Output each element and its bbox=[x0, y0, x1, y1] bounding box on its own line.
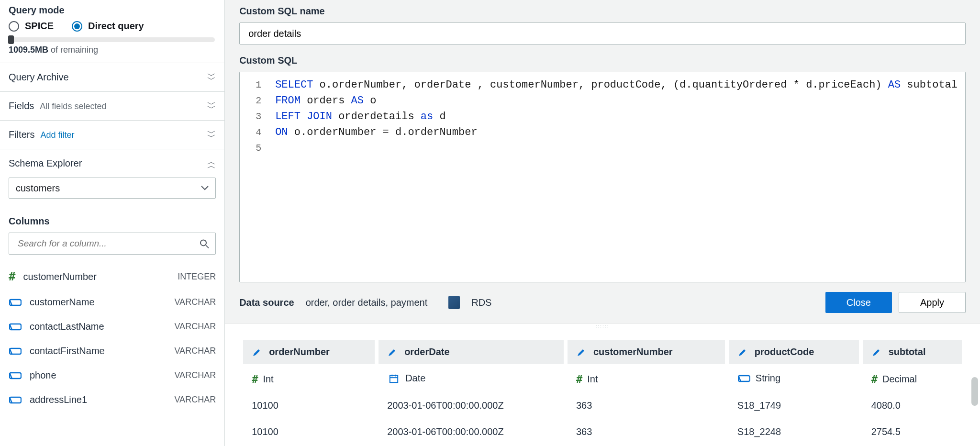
header-label: customerNumber bbox=[593, 346, 673, 357]
query-archive-toggle[interactable]: Query Archive ﹀﹀ bbox=[0, 63, 224, 91]
query-archive-label: Query Archive bbox=[9, 72, 69, 83]
chevron-down-icon: ﹀﹀ bbox=[207, 131, 216, 139]
fields-toggle[interactable]: Fields All fields selected ﹀﹀ bbox=[0, 91, 224, 120]
schema-explorer-toggle[interactable]: Schema Explorer ︿︿ bbox=[0, 149, 224, 178]
string-icon bbox=[737, 374, 751, 383]
string-icon bbox=[9, 395, 22, 405]
spice-radio-input[interactable] bbox=[9, 21, 19, 32]
column-header[interactable]: customerNumber bbox=[568, 340, 725, 364]
chevron-down-icon bbox=[201, 186, 209, 190]
column-type: VARCHAR bbox=[174, 370, 216, 380]
column-name: phone bbox=[30, 370, 56, 381]
columns-list: #customerNumberINTEGERcustomerNameVARCHA… bbox=[0, 259, 224, 446]
search-icon bbox=[200, 238, 209, 248]
cell: S18_2248 bbox=[729, 421, 859, 443]
add-filter-link[interactable]: Add filter bbox=[40, 130, 74, 140]
pencil-icon bbox=[871, 346, 881, 357]
cell: 2003-01-06T00:00:00.000Z bbox=[379, 421, 564, 443]
type-label: Int bbox=[587, 374, 598, 385]
svg-point-0 bbox=[200, 240, 206, 246]
spice-label: SPICE bbox=[25, 21, 54, 32]
column-type: INTEGER bbox=[178, 272, 216, 282]
hash-icon: # bbox=[252, 373, 258, 385]
table-row[interactable]: 101002003-01-06T00:00:00.000Z363S18_2248… bbox=[243, 421, 962, 443]
cell: 10100 bbox=[243, 421, 375, 443]
direct-radio-input[interactable] bbox=[72, 21, 82, 32]
type-label: Date bbox=[405, 373, 425, 384]
column-item[interactable]: #customerNumberINTEGER bbox=[9, 263, 216, 290]
editor-code[interactable]: SELECT o.orderNumber, orderDate , custom… bbox=[267, 72, 965, 282]
column-header[interactable]: subtotal bbox=[863, 340, 962, 364]
column-item[interactable]: customerNameVARCHAR bbox=[9, 290, 216, 314]
hash-icon: # bbox=[576, 373, 582, 385]
filters-toggle[interactable]: Filters Add filter ﹀﹀ bbox=[0, 120, 224, 149]
string-icon bbox=[9, 346, 22, 356]
column-item[interactable]: addressLine1VARCHAR bbox=[9, 388, 216, 412]
cell: S18_1749 bbox=[729, 394, 859, 417]
hash-icon: # bbox=[871, 373, 878, 385]
data-source-row: Data source order, order details, paymen… bbox=[225, 283, 980, 323]
schema-selected-value: customers bbox=[16, 183, 60, 194]
cell: 2003-01-06T00:00:00.000Z bbox=[379, 394, 564, 417]
column-header[interactable]: orderDate bbox=[379, 340, 564, 364]
type-label: String bbox=[756, 373, 780, 384]
sql-editor[interactable]: 12345 SELECT o.orderNumber, orderDate , … bbox=[239, 72, 966, 282]
resize-handle[interactable]: ∙∙∙∙∙∙∙∙∙∙∙∙ bbox=[225, 323, 980, 329]
hash-icon: # bbox=[9, 270, 15, 283]
column-header[interactable]: orderNumber bbox=[243, 340, 375, 364]
main-panel: Custom SQL name Custom SQL 12345 SELECT … bbox=[225, 0, 980, 446]
column-name: customerName bbox=[30, 297, 95, 308]
type-label: Decimal bbox=[882, 374, 917, 385]
pencil-icon bbox=[737, 346, 747, 357]
cell: 4080.0 bbox=[863, 394, 962, 417]
query-mode-direct-radio[interactable]: Direct query bbox=[72, 21, 144, 32]
column-name: addressLine1 bbox=[30, 394, 87, 405]
type-label: Int bbox=[263, 374, 273, 385]
string-icon bbox=[9, 371, 22, 380]
close-button[interactable]: Close bbox=[825, 292, 892, 313]
calendar-icon bbox=[387, 374, 401, 383]
column-type: VARCHAR bbox=[174, 322, 216, 332]
custom-sql-name-input[interactable] bbox=[239, 22, 966, 45]
query-mode-spice-radio[interactable]: SPICE bbox=[9, 21, 54, 32]
data-source-value: order, order details, payment bbox=[306, 297, 428, 308]
string-icon bbox=[9, 322, 22, 332]
data-source-type: RDS bbox=[471, 297, 491, 308]
preview-table: orderNumberorderDatecustomerNumberproduc… bbox=[239, 336, 966, 446]
schema-select[interactable]: customers bbox=[9, 178, 216, 199]
header-label: orderNumber bbox=[269, 346, 330, 357]
cell: 363 bbox=[568, 394, 725, 417]
chevron-down-icon: ﹀﹀ bbox=[207, 102, 216, 110]
schema-explorer-label: Schema Explorer bbox=[9, 158, 82, 169]
fields-label: Fields bbox=[9, 100, 34, 112]
header-label: productCode bbox=[755, 346, 814, 357]
sidebar: Query mode SPICE Direct query 1009.5MB o… bbox=[0, 0, 225, 446]
column-name: customerNumber bbox=[23, 271, 96, 282]
columns-section: Columns bbox=[0, 206, 224, 259]
fields-subtitle: All fields selected bbox=[40, 101, 106, 112]
custom-sql-name-label: Custom SQL name bbox=[239, 6, 966, 17]
column-name: contactFirstName bbox=[30, 346, 105, 357]
pencil-icon bbox=[387, 346, 397, 357]
column-item[interactable]: contactLastNameVARCHAR bbox=[9, 314, 216, 339]
editor-gutter: 12345 bbox=[240, 72, 267, 282]
table-row[interactable]: 101002003-01-06T00:00:00.000Z363S18_1749… bbox=[243, 394, 962, 417]
cell: 363 bbox=[568, 421, 725, 443]
cell: 2754.5 bbox=[863, 421, 962, 443]
column-item[interactable]: phoneVARCHAR bbox=[9, 363, 216, 388]
query-mode-section: Query mode SPICE Direct query 1009.5MB o… bbox=[0, 0, 224, 58]
database-icon bbox=[448, 296, 460, 309]
header-label: subtotal bbox=[889, 346, 926, 357]
type-row: #IntDate#IntString#Decimal bbox=[243, 368, 962, 390]
scrollbar-thumb[interactable] bbox=[971, 377, 978, 406]
filters-label: Filters bbox=[9, 129, 34, 140]
columns-title: Columns bbox=[9, 216, 216, 227]
slider-thumb[interactable] bbox=[8, 35, 14, 44]
column-type: VARCHAR bbox=[174, 395, 216, 405]
column-search-input[interactable] bbox=[9, 233, 216, 255]
spice-quota-slider[interactable] bbox=[9, 37, 216, 42]
column-item[interactable]: contactFirstNameVARCHAR bbox=[9, 339, 216, 363]
column-header[interactable]: productCode bbox=[729, 340, 859, 364]
apply-button[interactable]: Apply bbox=[899, 292, 966, 313]
svg-line-1 bbox=[206, 245, 209, 248]
